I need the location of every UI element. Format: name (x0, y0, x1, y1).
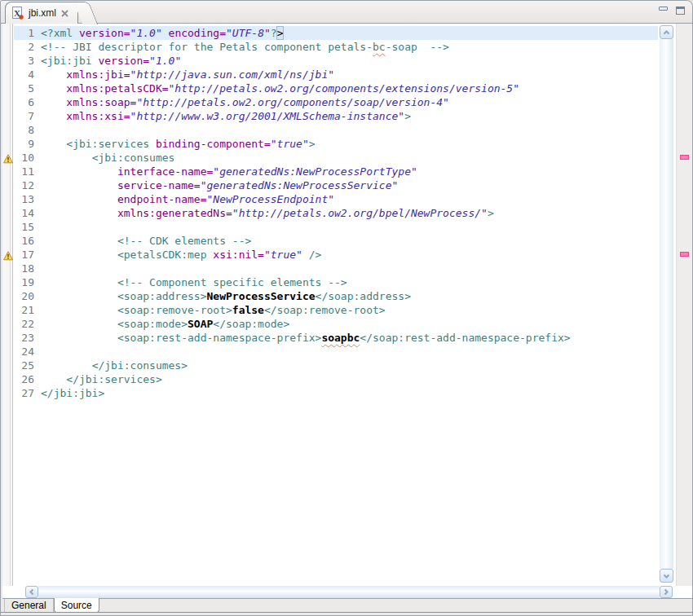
code-line-text: <!-- Component specific elements --> (39, 275, 658, 289)
code-line[interactable]: 7 xmlns:xsi="http://www.w3.org/2001/XMLS… (14, 109, 658, 123)
code-line[interactable]: 22 <soap:mode>SOAP</soap:mode> (14, 317, 658, 331)
overview-marker[interactable] (680, 155, 689, 160)
code-line-text: <!-- CDK elements --> (39, 234, 658, 248)
horizontal-scrollbar-row (2, 586, 692, 598)
code-line-text (39, 345, 658, 359)
vertical-scroll-track[interactable] (660, 39, 673, 569)
code-line-text: endpoint-name="NewProcessEndpoint" (39, 192, 658, 206)
code-line[interactable]: 23 <soap:rest-add-namespace-prefix>soapb… (14, 331, 658, 345)
code-line[interactable]: 20 <soap:address>NewProcessService</soap… (14, 289, 658, 303)
code-line-text (39, 123, 658, 137)
code-line-text: <jbi:jbi version="1.0" (39, 54, 658, 68)
vertical-scroll-thumb[interactable] (660, 39, 673, 569)
code-line-text: xmlns:xsi="http://www.w3.org/2001/XMLSch… (39, 109, 658, 123)
code-line[interactable]: 6 xmlns:soap="http://petals.ow2.org/comp… (14, 95, 658, 109)
code-line-text: <soap:rest-add-namespace-prefix>soapbc</… (39, 331, 658, 345)
minimize-view-icon[interactable] (659, 7, 668, 11)
code-line-text: service-name="generatedNs:NewProcessServ… (39, 178, 658, 192)
code-line-text: <soap:mode>SOAP</soap:mode> (39, 317, 658, 331)
code-line[interactable]: 1<?xml version="1.0" encoding="UTF-8"?> (14, 26, 658, 40)
tab-close-icon[interactable] (60, 9, 69, 18)
scroll-left-button[interactable] (25, 586, 38, 598)
line-number: 11 (14, 165, 39, 178)
scroll-up-button[interactable] (660, 25, 673, 39)
code-line[interactable]: 19 <!-- Component specific elements --> (14, 275, 658, 289)
code-line[interactable]: 27</jbi:jbi> (14, 386, 658, 400)
overview-ruler[interactable] (676, 24, 692, 586)
warning-marker-icon[interactable] (3, 249, 13, 259)
line-number: 15 (14, 220, 39, 234)
line-number: 23 (14, 331, 39, 345)
view-controls (659, 7, 685, 15)
code-line-text: <petalsCDK:mep xsi:nil="true" /> (39, 248, 658, 262)
code-line[interactable]: 9 <jbi:services binding-component="true"… (14, 137, 658, 151)
tab-general[interactable]: General (4, 599, 54, 612)
code-line[interactable]: 14 xmlns:generatedNs="http://petals.ow2.… (14, 206, 658, 220)
scroll-right-button[interactable] (660, 586, 673, 598)
code-line[interactable]: 25 </jbi:consumes> (14, 359, 658, 372)
page-tab-bar: General Source (2, 598, 692, 612)
code-line[interactable]: 26 </jbi:services> (14, 372, 658, 386)
code-line[interactable]: 12 service-name="generatedNs:NewProcessS… (14, 178, 658, 192)
code-line[interactable]: 11 interface-name="generatedNs:NewProces… (14, 165, 658, 178)
line-number: 8 (14, 123, 39, 137)
code-line-text: <jbi:services binding-component="true"> (39, 137, 658, 151)
overview-marker[interactable] (680, 252, 689, 257)
horizontal-scroll-track[interactable] (38, 586, 660, 598)
code-line[interactable]: 3<jbi:jbi version="1.0" (14, 54, 658, 68)
code-line[interactable]: 4 xmlns:jbi="http://java.sun.com/xml/ns/… (14, 68, 658, 81)
line-number: 9 (14, 137, 39, 151)
line-number: 3 (14, 54, 39, 68)
code-line-text: <?xml version="1.0" encoding="UTF-8"?> (39, 26, 658, 40)
code-line-text: </jbi:consumes> (39, 359, 658, 372)
annotation-ruler[interactable] (2, 24, 13, 586)
maximize-view-icon[interactable] (676, 7, 685, 15)
code-line-text: <!-- JBI descriptor for the Petals compo… (39, 40, 658, 54)
code-line[interactable]: 13 endpoint-name="NewProcessEndpoint" (14, 192, 658, 206)
line-number: 22 (14, 317, 39, 331)
code-line[interactable]: 15 (14, 220, 658, 234)
line-number: 5 (14, 81, 39, 95)
line-number: 4 (14, 68, 39, 81)
code-line[interactable]: 21 <soap:remove-root>false</soap:remove-… (14, 303, 658, 317)
line-number: 26 (14, 372, 39, 386)
code-area[interactable]: 1<?xml version="1.0" encoding="UTF-8"?>2… (14, 24, 658, 586)
editor-tab-jbi-xml[interactable]: X jbi.xml (5, 2, 78, 24)
code-line[interactable]: 24 (14, 345, 658, 359)
line-number: 14 (14, 206, 39, 220)
code-line-text: <soap:address>NewProcessService</soap:ad… (39, 289, 658, 303)
scroll-down-button[interactable] (660, 569, 673, 583)
editor-tab-bar: X jbi.xml (1, 1, 692, 24)
tab-source[interactable]: Source (54, 598, 99, 613)
code-line-text: xmlns:soap="http://petals.ow2.org/compon… (39, 95, 658, 109)
line-number: 13 (14, 192, 39, 206)
editor-content: 1<?xml version="1.0" encoding="UTF-8"?>2… (2, 24, 692, 586)
code-line[interactable]: 18 (14, 262, 658, 275)
code-line[interactable]: 16 <!-- CDK elements --> (14, 234, 658, 248)
tab-title: jbi.xml (29, 7, 56, 19)
warning-marker-icon[interactable] (3, 152, 13, 162)
horizontal-scrollbar[interactable] (25, 586, 673, 598)
code-line[interactable]: 17 <petalsCDK:mep xsi:nil="true" /> (14, 248, 658, 262)
line-number: 10 (14, 151, 39, 165)
line-number: 7 (14, 109, 39, 123)
code-line-text: <jbi:consumes (39, 151, 658, 165)
line-number: 12 (14, 178, 39, 192)
vertical-scrollbar[interactable] (660, 25, 674, 583)
line-number: 24 (14, 345, 39, 359)
line-number: 6 (14, 95, 39, 109)
line-number: 20 (14, 289, 39, 303)
code-line[interactable]: 5 xmlns:petalsCDK="http://petals.ow2.org… (14, 81, 658, 95)
code-line[interactable]: 2<!-- JBI descriptor for the Petals comp… (14, 40, 658, 54)
code-line-text: </jbi:services> (39, 372, 658, 386)
code-line-text: xmlns:petalsCDK="http://petals.ow2.org/c… (39, 81, 658, 95)
line-number: 16 (14, 234, 39, 248)
line-number: 18 (14, 262, 39, 275)
window-bottom-divider (1, 612, 692, 613)
code-line-text: <soap:remove-root>false</soap:remove-roo… (39, 303, 658, 317)
code-line[interactable]: 10 <jbi:consumes (14, 151, 658, 165)
code-line-text (39, 220, 658, 234)
line-number: 27 (14, 386, 39, 400)
line-number: 1 (14, 26, 39, 40)
code-line[interactable]: 8 (14, 123, 658, 137)
